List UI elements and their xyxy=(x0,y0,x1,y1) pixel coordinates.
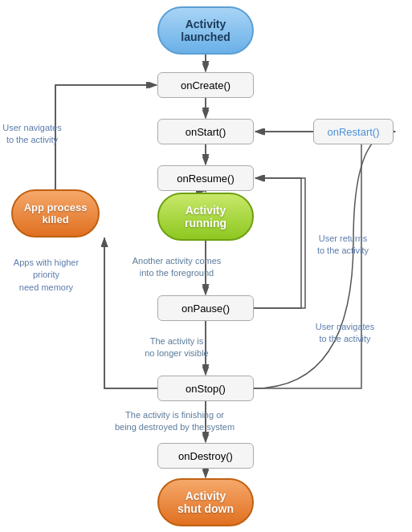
onrestart-node: onRestart() xyxy=(313,119,394,144)
user-navigates-right-label: User navigates to the activity xyxy=(307,321,383,346)
onpause-label: onPause() xyxy=(182,303,230,315)
activity-running-label: Activity running xyxy=(185,204,226,229)
onstart-label: onStart() xyxy=(186,126,226,138)
user-navigates-label: User navigates to the activity xyxy=(0,122,64,147)
app-process-killed-node: App process killed xyxy=(11,189,100,238)
ondestroy-node: onDestroy() xyxy=(157,443,254,469)
activity-lifecycle-diagram: Activity launched onCreate() onStart() o… xyxy=(0,0,412,532)
onstop-node: onStop() xyxy=(157,376,254,401)
another-activity-label: Another activity comes into the foregrou… xyxy=(120,255,233,280)
apps-higher-priority-label: Apps with higher priority need memory xyxy=(0,257,92,294)
onresume-label: onResume() xyxy=(177,173,235,185)
onstart-node: onStart() xyxy=(157,119,254,144)
activity-launched-node: Activity launched xyxy=(157,6,254,55)
onresume-node: onResume() xyxy=(157,165,254,191)
activity-launched-label: Activity launched xyxy=(181,18,230,43)
oncreate-label: onCreate() xyxy=(181,79,230,91)
finishing-destroyed-label: The activity is finishing or being destr… xyxy=(104,409,245,434)
activity-shutdown-node: Activity shut down xyxy=(157,478,254,526)
user-returns-label: User returns to the activity xyxy=(307,233,379,258)
activity-running-node: Activity running xyxy=(157,193,254,241)
onpause-node: onPause() xyxy=(157,295,254,321)
activity-shutdown-label: Activity shut down xyxy=(177,489,234,515)
oncreate-node: onCreate() xyxy=(157,72,254,98)
onstop-label: onStop() xyxy=(186,383,226,395)
ondestroy-label: onDestroy() xyxy=(178,450,233,462)
onrestart-label: onRestart() xyxy=(327,126,379,138)
app-process-killed-label: App process killed xyxy=(24,201,88,225)
no-longer-visible-label: The activity is no longer visible xyxy=(124,335,229,360)
